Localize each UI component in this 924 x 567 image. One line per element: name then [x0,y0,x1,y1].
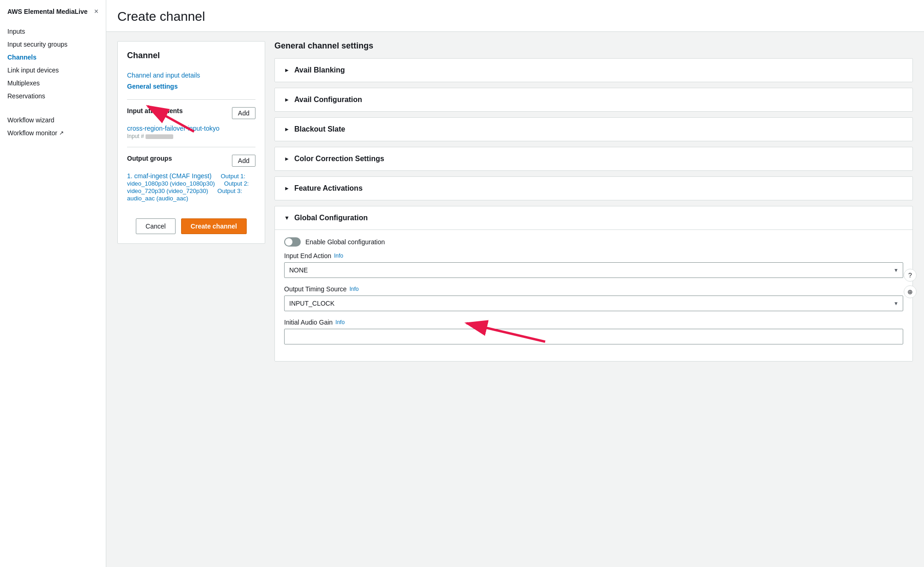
brand-header: AWS Elemental MediaLive × [0,7,106,25]
avail-configuration-title: Avail Configuration [294,96,362,104]
input-end-action-select-wrapper: NONESWITCH_AND_LOOP_INPUTS [284,262,903,278]
output-groups-label: Output groups [127,155,172,162]
left-panel: Channel Channel and input details Genera… [117,41,265,244]
output-timing-source-label: Output Timing Source Info [284,285,903,293]
brand-name: AWS Elemental MediaLive [7,7,88,16]
input-id: Input # [127,133,255,139]
enable-global-config-row: Enable Global configuration [284,237,903,247]
global-configuration-content: Enable Global configuration Input End Ac… [275,229,912,361]
accordion-blackout-slate-header[interactable]: ► Blackout Slate [275,118,912,141]
info-icon-button[interactable]: ⊕ [904,285,917,298]
accordion-feature-activations: ► Feature Activations [274,176,913,200]
initial-audio-gain-info[interactable]: Info [335,319,345,326]
page-header: Create channel [106,0,924,32]
input-attachments-section: Input attachments Add [127,107,255,119]
output-timing-source-info[interactable]: Info [349,286,359,292]
accordion-global-configuration-header[interactable]: ▼ Global Configuration [275,206,912,229]
expand-icon-3: ► [284,126,290,133]
input-link[interactable]: cross-region-failover-input-tokyo [127,125,219,132]
right-panel: General channel settings ► Avail Blankin… [274,41,913,543]
accordion-avail-blanking: ► Avail Blanking [274,58,913,82]
expand-icon-5: ► [284,185,290,192]
enable-global-config-label: Enable Global configuration [305,238,385,246]
panel-footer: Cancel Create channel [127,211,255,234]
divider-2 [127,147,255,147]
sidebar-item-link-input-devices[interactable]: Link input devices [0,64,106,77]
accordion-blackout-slate: ► Blackout Slate [274,117,913,141]
initial-audio-gain-label: Initial Audio Gain Info [284,319,903,326]
accordion-color-correction: ► Color Correction Settings [274,147,913,171]
input-end-action-info[interactable]: Info [334,253,343,259]
avail-blanking-title: Avail Blanking [294,66,345,74]
create-channel-button[interactable]: Create channel [181,218,247,234]
input-id-redacted [146,134,173,139]
initial-audio-gain-group: Initial Audio Gain Info [284,319,903,344]
input-end-action-label: Input End Action Info [284,252,903,259]
sidebar-close-button[interactable]: × [94,7,98,16]
output-groups-section: Output groups Add [127,155,255,167]
sidebar-item-inputs[interactable]: Inputs [0,25,106,38]
expand-icon-4: ► [284,156,290,162]
input-end-action-select[interactable]: NONESWITCH_AND_LOOP_INPUTS [284,262,903,278]
output-timing-source-select[interactable]: INPUT_CLOCKSYSTEM_CLOCK [284,296,903,311]
feature-activations-title: Feature Activations [294,184,363,193]
input-end-action-group: Input End Action Info NONESWITCH_AND_LOO… [284,252,903,278]
input-attachment-item: cross-region-failover-input-tokyo Input … [127,125,255,139]
blackout-slate-title: Blackout Slate [294,125,345,133]
divider-1 [127,99,255,100]
content-area: Channel Channel and input details Genera… [106,32,924,567]
cancel-button[interactable]: Cancel [136,218,176,234]
sidebar-item-workflow-wizard[interactable]: Workflow wizard [0,114,106,127]
sidebar-item-workflow-monitor[interactable]: Workflow monitor ↗ [0,127,106,139]
page-title: Create channel [117,9,913,24]
accordion-color-correction-header[interactable]: ► Color Correction Settings [275,147,912,170]
main-content: Create channel Channel Channel and input… [106,0,924,567]
accordion-avail-blanking-header[interactable]: ► Avail Blanking [275,59,912,82]
add-output-group-button[interactable]: Add [232,155,255,167]
initial-audio-gain-input[interactable] [284,329,903,344]
right-icons: ? ⊕ [904,269,917,298]
channel-panel-title: Channel [127,51,255,60]
global-configuration-title: Global Configuration [294,214,368,222]
sidebar-item-input-security-groups[interactable]: Input security groups [0,38,106,51]
external-link-icon: ↗ [59,130,64,136]
accordion-feature-activations-header[interactable]: ► Feature Activations [275,177,912,200]
expand-icon: ► [284,67,290,73]
sidebar-item-multiplexes[interactable]: Multiplexes [0,77,106,90]
sidebar-nav: Inputs Input security groups Channels Li… [0,25,106,139]
sidebar-item-reservations[interactable]: Reservations [0,90,106,103]
accordion-avail-configuration-header[interactable]: ► Avail Configuration [275,88,912,111]
input-attachments-label: Input attachments [127,107,183,115]
general-settings-link[interactable]: General settings [127,81,255,92]
add-input-attachment-button[interactable]: Add [232,107,255,119]
accordion-global-configuration: ▼ Global Configuration Enable Global con… [274,206,913,362]
collapse-icon: ▼ [284,215,290,221]
settings-title: General channel settings [274,41,913,51]
color-correction-title: Color Correction Settings [294,155,384,163]
output-timing-source-group: Output Timing Source Info INPUT_CLOCKSYS… [284,285,903,311]
enable-global-config-toggle[interactable] [284,237,301,247]
sidebar: AWS Elemental MediaLive × Inputs Input s… [0,0,106,567]
accordion-avail-configuration: ► Avail Configuration [274,88,913,112]
output-timing-source-select-wrapper: INPUT_CLOCKSYSTEM_CLOCK [284,296,903,311]
help-icon-button[interactable]: ? [904,269,917,282]
expand-icon-2: ► [284,97,290,103]
output-group-cmaf[interactable]: 1. cmaf-ingest (CMAF Ingest) [127,172,212,180]
channel-input-details-link[interactable]: Channel and input details [127,70,255,81]
sidebar-item-channels[interactable]: Channels [0,51,106,64]
